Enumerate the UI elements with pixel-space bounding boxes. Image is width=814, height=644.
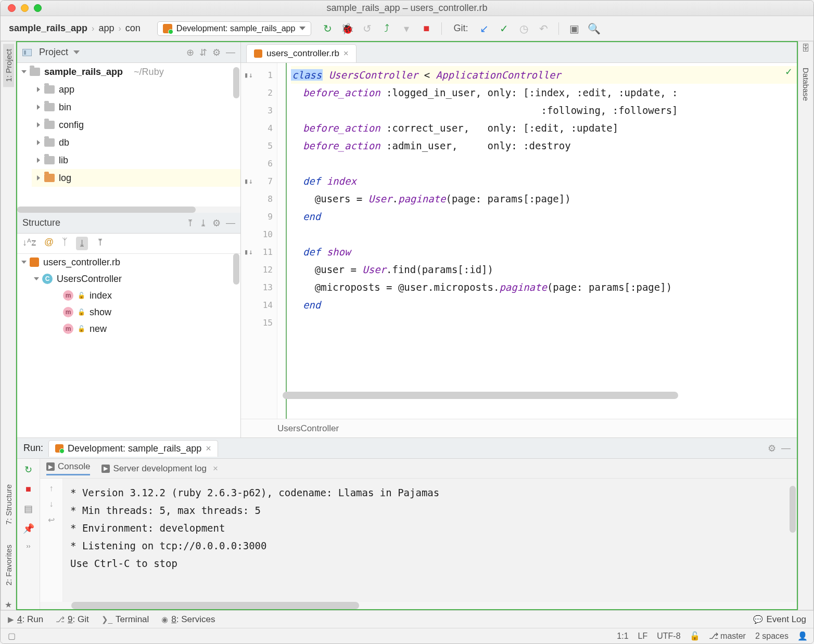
search-everywhere-icon[interactable]: 🔍 bbox=[588, 23, 600, 34]
more-icon[interactable]: ›› bbox=[27, 543, 31, 550]
gutter-mark-icon[interactable]: ▮↓ bbox=[244, 248, 253, 256]
editor-body[interactable]: ▮↓1 2 3 4 5 6 ▮↓7 8 9 10 ▮↓11 12 13 14 bbox=[241, 63, 797, 419]
chevron-down-icon[interactable] bbox=[21, 70, 27, 73]
code-area[interactable]: class UsersController < ApplicationContr… bbox=[287, 63, 797, 419]
close-tab-icon[interactable]: × bbox=[344, 48, 349, 59]
breadcrumb-app[interactable]: app bbox=[95, 22, 117, 35]
server-log-tab[interactable]: ▶Server development log× bbox=[101, 463, 218, 474]
caret-position[interactable]: 1:1 bbox=[617, 632, 628, 641]
vcs-history-icon[interactable]: ◷ bbox=[518, 23, 529, 34]
stop-icon[interactable]: ■ bbox=[421, 23, 432, 34]
tool-eventlog-button[interactable]: 💬Event Log bbox=[753, 614, 806, 625]
gear-icon[interactable]: ⚙ bbox=[212, 47, 221, 58]
vcs-update-icon[interactable]: ↙ bbox=[478, 23, 490, 34]
run-menu-caret-icon[interactable]: ▾ bbox=[401, 23, 412, 34]
close-tab-icon[interactable]: × bbox=[213, 463, 218, 474]
inspection-ok-icon[interactable]: ✓ bbox=[785, 66, 793, 78]
project-hscroll[interactable] bbox=[17, 207, 240, 213]
rerun-icon[interactable]: ↻ bbox=[24, 464, 32, 475]
tree-item-db[interactable]: db bbox=[32, 134, 240, 151]
tool-terminal-button[interactable]: ❯_Terminal bbox=[101, 614, 149, 625]
inherit-icon[interactable]: ᛉ bbox=[62, 237, 68, 250]
stripe-favorites-button[interactable]: 2: Favorites bbox=[3, 539, 14, 590]
project-vscroll[interactable] bbox=[233, 65, 239, 204]
run-config-selector[interactable]: Development: sample_rails_app bbox=[157, 21, 312, 36]
structure-vscroll[interactable] bbox=[233, 236, 239, 435]
tree-item-bin[interactable]: bin bbox=[32, 98, 240, 116]
breadcrumb-root[interactable]: sample_rails_app bbox=[6, 22, 91, 35]
gutter-mark-icon[interactable]: ▮↓ bbox=[244, 177, 253, 185]
debug-icon[interactable]: 🐞 bbox=[341, 23, 353, 34]
scroll-down-icon[interactable]: ↓ bbox=[49, 499, 54, 509]
tool-services-button[interactable]: ◉8: Services bbox=[161, 614, 215, 625]
stop-icon[interactable]: ■ bbox=[26, 484, 31, 495]
project-panel-title[interactable]: Project bbox=[39, 47, 68, 58]
console-hscroll[interactable] bbox=[40, 602, 797, 609]
chevron-down-icon[interactable] bbox=[73, 50, 80, 54]
project-tree[interactable]: sample_rails_app ~/Ruby app bin config d… bbox=[17, 63, 240, 207]
tool-git-button[interactable]: ⎇9: Git bbox=[56, 614, 89, 625]
close-tab-icon[interactable]: × bbox=[206, 443, 211, 454]
fold-column[interactable] bbox=[277, 63, 287, 419]
indent-settings[interactable]: 2 spaces bbox=[755, 632, 788, 641]
run-tab[interactable]: Development: sample_rails_app × bbox=[48, 440, 218, 457]
file-encoding[interactable]: UTF-8 bbox=[657, 632, 680, 641]
vcs-rollback-icon[interactable]: ↶ bbox=[538, 23, 549, 34]
editor-tab[interactable]: users_controller.rb × bbox=[246, 44, 357, 62]
tree-item-lib[interactable]: lib bbox=[32, 151, 240, 169]
scroll-up-icon[interactable]: ↑ bbox=[49, 484, 54, 493]
expand-all-icon[interactable]: ⤒ bbox=[186, 217, 194, 229]
console-vscroll[interactable] bbox=[790, 481, 796, 600]
ide-settings-icon[interactable]: ▣ bbox=[568, 23, 580, 34]
git-branch[interactable]: ⎇ master bbox=[709, 631, 746, 641]
at-icon[interactable]: @ bbox=[44, 237, 54, 250]
tree-root[interactable]: sample_rails_app ~/Ruby bbox=[17, 63, 240, 81]
run-with-icon[interactable]: ⤴ bbox=[381, 23, 392, 34]
gear-icon[interactable]: ⚙ bbox=[768, 443, 776, 454]
layout-icon[interactable]: ▤ bbox=[24, 503, 33, 514]
chevron-right-icon[interactable] bbox=[37, 140, 40, 145]
hide-panel-icon[interactable]: — bbox=[226, 47, 235, 58]
editor-breadcrumb[interactable]: UsersController bbox=[241, 419, 797, 437]
tool-windows-icon[interactable]: ▢ bbox=[7, 632, 16, 641]
hide-panel-icon[interactable]: — bbox=[781, 443, 791, 454]
chevron-right-icon[interactable] bbox=[37, 175, 40, 181]
stripe-database-button[interactable]: Database bbox=[800, 62, 811, 106]
tool-run-button[interactable]: ▶4: Run bbox=[8, 614, 43, 625]
hide-panel-icon[interactable]: — bbox=[226, 217, 235, 228]
collapse-all-icon[interactable]: ⤓ bbox=[199, 217, 207, 229]
pin-icon[interactable]: 📌 bbox=[23, 523, 34, 534]
structure-method-index[interactable]: m🔓index bbox=[17, 287, 240, 304]
scroll-from-source-icon[interactable]: ⤒ bbox=[96, 237, 104, 250]
run-icon[interactable]: ↻ bbox=[322, 23, 333, 34]
gear-icon[interactable]: ⚙ bbox=[212, 217, 221, 229]
readonly-icon[interactable]: 🔓 bbox=[690, 632, 699, 641]
chevron-down-icon[interactable] bbox=[21, 261, 27, 264]
structure-class[interactable]: CUsersController bbox=[17, 271, 240, 287]
inspection-profile-icon[interactable]: 👤 bbox=[798, 632, 807, 641]
line-separator[interactable]: LF bbox=[638, 632, 648, 641]
tree-item-app[interactable]: app bbox=[32, 81, 240, 98]
structure-tree[interactable]: ↓ᴬᴢ @ ᛉ ⤓ ⤒ users_controller.rb CUsersCo… bbox=[17, 234, 240, 437]
scroll-to-source-icon[interactable]: ⤓ bbox=[76, 237, 88, 250]
breadcrumb-con[interactable]: con bbox=[122, 22, 144, 35]
vcs-commit-icon[interactable]: ✓ bbox=[498, 23, 510, 34]
editor-hscroll[interactable] bbox=[283, 392, 790, 399]
chevron-right-icon[interactable] bbox=[37, 122, 40, 127]
structure-method-new[interactable]: m🔓new bbox=[17, 320, 240, 337]
chevron-right-icon[interactable] bbox=[37, 158, 40, 163]
structure-file[interactable]: users_controller.rb bbox=[17, 254, 240, 271]
gutter-mark-icon[interactable]: ▮↓ bbox=[244, 71, 253, 79]
chevron-right-icon[interactable] bbox=[37, 105, 40, 110]
console-output[interactable]: * Version 3.12.2 (ruby 2.6.3-p62), coden… bbox=[63, 479, 797, 602]
soft-wrap-icon[interactable]: ↩ bbox=[48, 515, 55, 525]
editor-gutter[interactable]: ▮↓1 2 3 4 5 6 ▮↓7 8 9 10 ▮↓11 12 13 14 bbox=[241, 63, 277, 419]
coverage-icon[interactable]: ↺ bbox=[361, 23, 373, 34]
chevron-down-icon[interactable] bbox=[34, 277, 39, 280]
tree-item-log[interactable]: log bbox=[32, 169, 240, 187]
structure-method-show[interactable]: m🔓show bbox=[17, 304, 240, 320]
sort-alpha-icon[interactable]: ↓ᴬᴢ bbox=[22, 237, 36, 250]
stripe-project-button[interactable]: 1: Project bbox=[3, 44, 14, 87]
console-tab[interactable]: ▶Console bbox=[46, 461, 90, 475]
locate-icon[interactable]: ⊕ bbox=[186, 47, 194, 58]
